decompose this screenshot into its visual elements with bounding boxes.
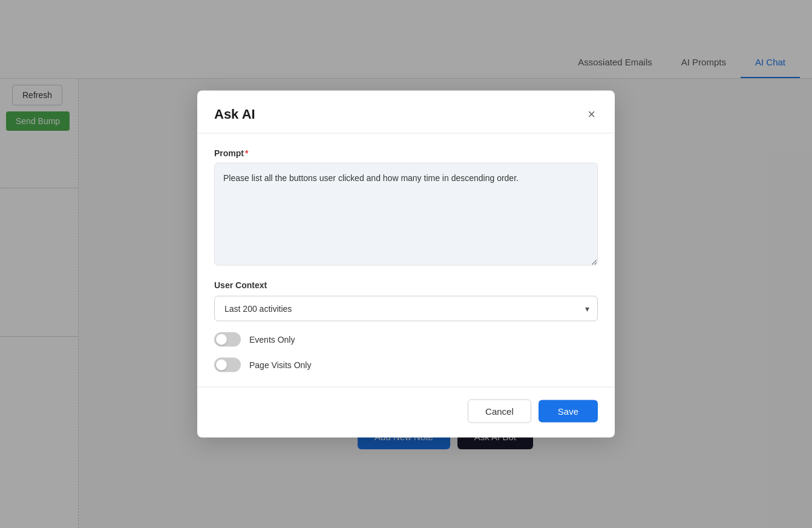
prompt-label: Prompt*	[214, 148, 598, 158]
modal-body: Prompt* Please list all the buttons user…	[197, 134, 615, 387]
user-context-select[interactable]: Last 200 activities Last 100 activities …	[214, 296, 598, 322]
page-visits-only-label: Page Visits Only	[249, 360, 311, 370]
toggle-track-page-visits	[214, 358, 241, 372]
cancel-button[interactable]: Cancel	[468, 400, 531, 423]
events-only-label: Events Only	[249, 335, 295, 345]
modal-close-button[interactable]: ×	[585, 105, 598, 124]
page-visits-only-row: Page Visits Only	[214, 358, 598, 372]
events-only-toggle[interactable]	[214, 332, 241, 347]
prompt-textarea[interactable]: Please list all the buttons user clicked…	[214, 163, 598, 266]
page-visits-only-toggle[interactable]	[214, 358, 241, 372]
ask-ai-modal: Ask AI × Prompt* Please list all the but…	[197, 91, 615, 438]
modal-title: Ask AI	[214, 107, 255, 122]
toggle-thumb-events	[216, 334, 227, 345]
modal-header: Ask AI ×	[197, 91, 615, 134]
toggle-thumb-page-visits	[216, 360, 227, 371]
user-context-select-wrapper: Last 200 activities Last 100 activities …	[214, 296, 598, 322]
required-indicator: *	[245, 148, 248, 158]
modal-footer: Cancel Save	[197, 387, 615, 438]
user-context-label: User Context	[214, 280, 598, 290]
save-button[interactable]: Save	[539, 400, 598, 423]
toggle-track-events	[214, 332, 241, 347]
events-only-row: Events Only	[214, 332, 598, 347]
